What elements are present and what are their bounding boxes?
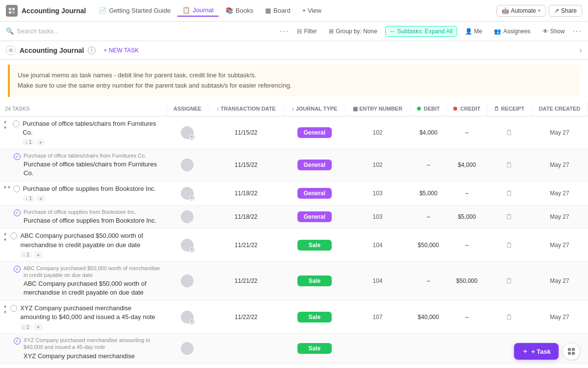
table-container: 24 TASKS ASSIGNEE ↕ TRANSACTION DATE ↕ J… xyxy=(0,102,588,364)
col-assignee[interactable]: ASSIGNEE xyxy=(167,102,208,116)
info-icon[interactable]: i xyxy=(88,46,96,54)
assignee-cell xyxy=(167,261,208,300)
task-name: Purchase of office tables/chairs from Fu… xyxy=(23,119,163,137)
nav-books[interactable]: 📚 Books xyxy=(220,5,258,16)
books-icon: 📚 xyxy=(225,7,233,14)
subtask-name: Purchase of office tables/chairs from Fu… xyxy=(24,160,163,178)
expand-toggle[interactable]: ▾ ▾ xyxy=(4,119,10,130)
subtasks-icon: ↔ xyxy=(390,28,395,35)
col-task[interactable]: 24 TASKS xyxy=(0,102,167,116)
subtask-checkbox[interactable]: ✓ xyxy=(14,266,21,273)
col-credit[interactable]: CREDIT xyxy=(446,102,487,116)
banner-line2: Make sure to use the same entry number f… xyxy=(18,81,572,91)
table-row: ▾ ▾ Purchase of office supplies from Boo… xyxy=(0,181,588,205)
add-subtask-button[interactable]: + xyxy=(34,252,43,258)
receipt-icon[interactable]: 🗒 xyxy=(506,313,513,321)
task-cell: ✓ Purchase of office supplies from Books… xyxy=(0,205,167,228)
bottom-right-actions: ＋ + Task xyxy=(514,343,580,360)
add-task-button[interactable]: ＋ + Task xyxy=(514,343,559,360)
share-button[interactable]: ↗ Share xyxy=(549,5,582,17)
subtask-icons: ↓ 1 + xyxy=(23,195,156,202)
collapse-section-button[interactable]: ⊙ xyxy=(6,46,16,55)
automate-button[interactable]: 🤖 Automate ▾ xyxy=(496,5,546,17)
grid-view-button[interactable] xyxy=(563,343,580,360)
task-checkbox[interactable] xyxy=(13,185,20,192)
transaction-date-cell: 11/18/22 xyxy=(208,181,284,205)
date-created-cell: May 27 xyxy=(531,205,588,228)
col-receipt[interactable]: 🗒 RECEIPT xyxy=(487,102,531,116)
subtask-count-chip[interactable]: ↓ 1 xyxy=(23,195,34,202)
journal-type-cell: General xyxy=(284,116,345,149)
filter-button[interactable]: ⊟ Filter xyxy=(293,26,321,36)
assignee-cell xyxy=(167,205,208,228)
credit-cell xyxy=(446,334,487,364)
credit-cell: – xyxy=(446,300,487,333)
top-nav-right: 🤖 Automate ▾ ↗ Share xyxy=(496,5,582,17)
search-input[interactable] xyxy=(17,27,115,35)
add-assignee-button[interactable]: + xyxy=(189,247,195,253)
nav-add-view[interactable]: + View xyxy=(297,5,326,16)
search-options-menu[interactable]: ··· xyxy=(280,27,289,36)
share-icon: ↗ xyxy=(554,7,559,14)
new-task-button[interactable]: + NEW TASK xyxy=(99,46,143,55)
add-subtask-button[interactable]: + xyxy=(34,323,43,330)
receipt-icon[interactable]: 🗒 xyxy=(506,189,513,197)
add-subtask-button[interactable]: + xyxy=(36,139,45,146)
nav-board[interactable]: ▦ Board xyxy=(260,5,295,16)
assignees-filter-button[interactable]: 👥 Assignees xyxy=(490,26,534,36)
task-cell: ▾ ▾ XYZ Company purchased merchandise am… xyxy=(0,300,167,333)
credit-dot xyxy=(453,107,457,111)
chevron-down-icon: ▾ xyxy=(538,8,540,13)
subtask-checkbox[interactable]: ✓ xyxy=(14,209,21,216)
grid-icon xyxy=(567,347,575,355)
show-button[interactable]: 👁 Show xyxy=(539,26,569,36)
expand-toggle[interactable]: ▾ ▾ xyxy=(4,304,7,315)
task-checkbox[interactable] xyxy=(10,232,17,239)
subtask-checkbox[interactable]: ✓ xyxy=(14,338,21,345)
subtask-count-chip[interactable]: ↓ 1 xyxy=(20,252,31,258)
receipt-icon[interactable]: 🗒 xyxy=(506,129,513,137)
subtask-parent-label: ABC Company purchased $50,000 worth of m… xyxy=(24,265,163,279)
svg-rect-7 xyxy=(572,352,575,355)
nav-getting-started[interactable]: 📄 Getting Started Guide xyxy=(94,5,175,16)
col-date-created[interactable]: DATE CREATED xyxy=(531,102,588,116)
add-assignee-button[interactable]: + xyxy=(189,319,195,324)
add-assignee-button[interactable]: + xyxy=(189,134,195,140)
col-debit[interactable]: DEBIT xyxy=(410,102,446,116)
subtask-checkbox[interactable]: ✓ xyxy=(14,153,21,160)
subtask-count-chip[interactable]: ↓ 1 xyxy=(23,139,34,145)
assignee-cell: + xyxy=(167,181,208,205)
receipt-icon[interactable]: 🗒 xyxy=(506,161,513,169)
receipt-icon[interactable]: 🗒 xyxy=(506,277,513,285)
receipt-icon[interactable]: 🗒 xyxy=(506,241,513,249)
more-options-menu[interactable]: ··· xyxy=(573,27,582,36)
subtasks-expand-button[interactable]: ↔ Subtasks: Expand All xyxy=(385,26,457,37)
credit-cell: $4,000 xyxy=(446,149,487,181)
journal-type-cell: Sale xyxy=(284,261,345,300)
transaction-date-cell: 11/22/22 xyxy=(208,300,284,333)
add-assignee-button[interactable]: + xyxy=(189,195,195,201)
expand-toggle[interactable]: ▾ ▾ xyxy=(4,184,10,190)
section-collapse-arrow[interactable]: › xyxy=(579,45,582,55)
receipt-icon[interactable]: 🗒 xyxy=(506,213,513,221)
credit-cell: $5,000 xyxy=(446,205,487,228)
task-checkbox[interactable] xyxy=(10,305,17,312)
receipt-cell: 🗒 xyxy=(487,300,531,333)
entry-number-cell xyxy=(345,334,410,364)
task-checkbox[interactable] xyxy=(13,120,20,127)
assignee-cell xyxy=(167,149,208,181)
add-subtask-button[interactable]: + xyxy=(36,195,45,202)
group-by-button[interactable]: ⊞ Group by: None xyxy=(325,26,381,36)
task-cell: ▾ ▾ ABC Company purchased $50,000 worth … xyxy=(0,229,167,261)
expand-toggle[interactable]: ▾ ▾ xyxy=(4,231,7,242)
col-transaction-date[interactable]: ↕ TRANSACTION DATE xyxy=(208,102,284,116)
col-entry-number[interactable]: ▦ ENTRY NUMBER xyxy=(345,102,410,116)
entry-number-cell: 107 xyxy=(345,300,410,333)
subtask-name: XYZ Company purchased merchandise xyxy=(24,352,163,361)
subtask-count-chip[interactable]: ↓ 1 xyxy=(20,324,31,330)
col-journal-type[interactable]: ↕ JOURNAL TYPE xyxy=(284,102,345,116)
debit-cell xyxy=(410,334,446,364)
journal-type-badge: Sale xyxy=(297,343,332,354)
nav-journal[interactable]: 📋 Journal xyxy=(177,4,219,17)
me-filter-button[interactable]: 👤 Me xyxy=(461,26,487,36)
